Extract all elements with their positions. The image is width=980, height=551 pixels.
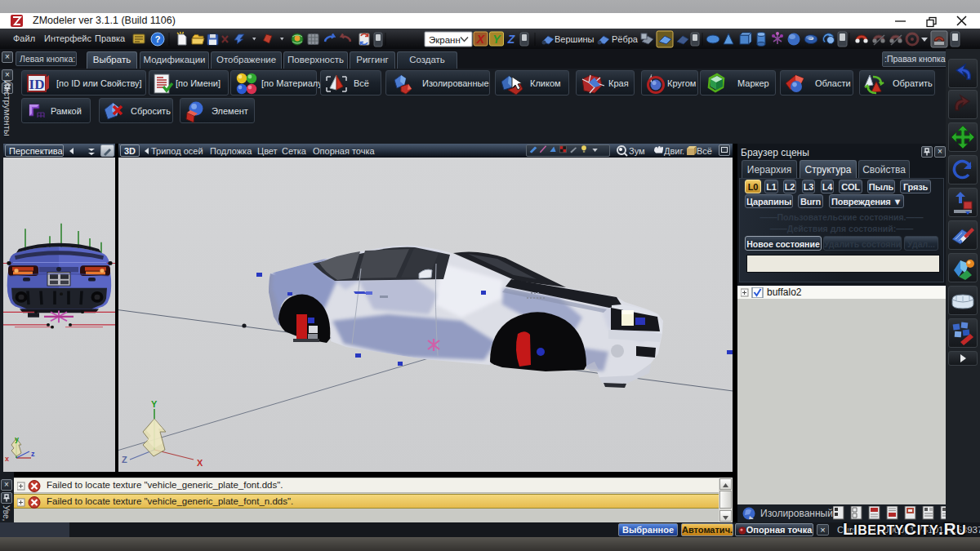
svg-text:X: X xyxy=(476,33,486,46)
svg-text:X: X xyxy=(197,458,203,468)
svg-text:Z: Z xyxy=(122,455,127,464)
svg-text:?: ? xyxy=(155,34,161,44)
svg-text:Всё: Всё xyxy=(697,146,712,156)
svg-text:Y: Y xyxy=(151,399,158,409)
svg-text:Двиг.: Двиг. xyxy=(664,146,684,156)
svg-text:ID: ID xyxy=(29,77,45,92)
svg-text:Вершины: Вершины xyxy=(555,34,595,44)
svg-text:Рёбра: Рёбра xyxy=(612,34,639,44)
svg-text:x: x xyxy=(5,455,9,463)
svg-text:Зум: Зум xyxy=(629,146,645,156)
svg-text:Z: Z xyxy=(507,33,515,46)
svg-text:y: y xyxy=(15,435,19,443)
svg-text:z: z xyxy=(31,450,35,458)
svg-text:Экранн: Экранн xyxy=(429,35,461,45)
